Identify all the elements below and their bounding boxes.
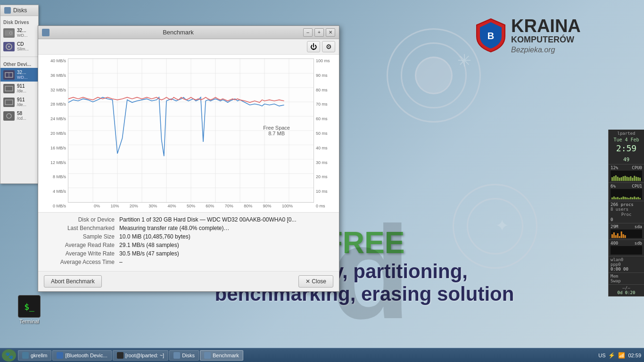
svg-rect-44 [636, 177, 637, 181]
svg-rect-51 [617, 197, 619, 199]
close-button[interactable]: ✕ Close [298, 275, 333, 288]
kraina-logo: B KRAINA KOMPUTERÓW Bezpieka.org [474, 5, 635, 66]
avg-read-label: Average Read Rate [44, 242, 119, 248]
disk-item-58[interactable]: 58 /cd... [0, 109, 38, 123]
gk-swap-header: Swap [611, 279, 642, 283]
disk-info-320: 32... WD... [17, 28, 28, 38]
gk-title-section: lparted Tue 4 Feb 2:59 49 [609, 130, 644, 165]
taskbar-item-bluetooth[interactable]: [Bluetooth Devic... [52, 350, 111, 361]
gk-proc-label: Proc [611, 212, 642, 217]
gk-wlan0-label: wlan0 [611, 257, 623, 262]
sample-size-label: Sample Size [44, 233, 119, 240]
taskbar-items: gkrellm [Bluetooth Devic... [root@lparte… [18, 350, 595, 361]
benchmark-maximize-btn[interactable]: + [314, 28, 324, 37]
terminal-desktop-icon[interactable]: $_ Terminal [14, 295, 44, 324]
svg-rect-67 [615, 235, 617, 238]
gk-seconds: 49 [623, 156, 629, 163]
gk-hostname: lparted [611, 131, 642, 136]
taskbar-item-disks[interactable]: Disks [169, 350, 199, 361]
disk-info-58: 58 /cd... [17, 111, 26, 121]
svg-rect-41 [630, 176, 631, 181]
power-button[interactable]: ⏻ [307, 41, 320, 52]
svg-rect-35 [619, 178, 620, 181]
svg-rect-62 [637, 197, 639, 199]
benchmark-window: Benchmark – + ✕ ⏻ ⚙ 40 MB/s 36 MB/s 32 M… [38, 25, 339, 292]
disk-item-320[interactable]: 32... WD... [0, 26, 38, 40]
start-icon: 🐾 [5, 352, 13, 359]
disk-device-value: Partition 1 of 320 GB Hard Disk — WDC WD… [119, 216, 296, 223]
gk-uptime-label: –/– [611, 286, 642, 290]
gk-uptime-value: 0d 0:20 [611, 290, 642, 295]
disk-item-911-2[interactable]: 911 /de... [0, 82, 38, 95]
chart-y-right-axis: 100 ms 90 ms 80 ms 70 ms 60 ms 50 ms 40 … [314, 58, 335, 208]
svg-rect-57 [628, 198, 629, 199]
y-right-label-0: 100 ms [316, 58, 330, 63]
gk-uptime-section: –/– 0d 0:20 [609, 285, 644, 296]
gk-cpu1-section: 6% CPU1 [609, 183, 644, 201]
taskbar-item-benchmark[interactable]: Benchmark [200, 350, 243, 361]
abort-benchmark-button[interactable]: Abort Benchmark [44, 275, 102, 288]
disks-title-icon [4, 7, 11, 14]
terminal-icon-label: Terminal [19, 319, 39, 324]
benchmark-titlebar: Benchmark – + ✕ [38, 26, 339, 39]
gk-sdb-value: 400 [611, 241, 618, 246]
benchmark-title-icon [42, 29, 50, 36]
desktop: ✳ ✦ B KRAINA KOMPUTERÓW Bezpieka.org FRE… [0, 0, 644, 362]
avg-read-value: 29.1 MB/s (48 samples) [119, 242, 179, 248]
benchmark-close-btn[interactable]: ✕ [326, 28, 335, 37]
gk-sdb-label: sdb [635, 241, 642, 246]
x-label-60: 60% [206, 204, 214, 208]
y-right-label-5: 50 ms [316, 131, 328, 136]
gk-mem-label: Mem [611, 274, 618, 279]
settings-button[interactable]: ⚙ [322, 41, 335, 52]
svg-rect-71 [623, 234, 624, 238]
disk-item-911-1[interactable]: 32... WD... [0, 68, 38, 82]
gk-sda-value: 29M [611, 224, 618, 229]
disk-name-cd: CD [17, 41, 29, 47]
bluetooth-taskbar-label: [Bluetooth Devic... [65, 353, 107, 358]
disk-info-911-2: 911 /de... [17, 83, 26, 93]
y-left-label-4: 24 MB/s [50, 116, 66, 121]
info-row-write: Average Write Rate 30.5 MB/s (47 samples… [44, 250, 333, 257]
disk-drives-label: Disk Drives [0, 18, 38, 26]
y-right-label-2: 80 ms [316, 88, 328, 92]
taskbar-item-gkrellm[interactable]: gkrellm [18, 350, 51, 361]
gk-cpu0-section: 12% CPU0 [609, 165, 644, 183]
y-left-label-7: 12 MB/s [50, 160, 66, 165]
partition-icon-2 [3, 84, 15, 93]
y-right-label-8: 20 ms [316, 174, 328, 179]
gk-datetime: Tue 4 Feb [611, 136, 642, 143]
partition-icon-3 [3, 98, 15, 107]
gk-sda-label: sda [635, 224, 642, 229]
disk-icon-cd [3, 42, 15, 51]
partition-icon-4 [3, 111, 15, 121]
deco-snowflake-1: ✳ [457, 51, 471, 71]
gk-mem-section: Mem Swap [609, 273, 644, 285]
disk-device-label: Disk or Device [44, 216, 119, 223]
avg-access-value: – [119, 259, 123, 265]
svg-rect-54 [623, 197, 624, 199]
disk-name-58: 58 [17, 111, 26, 116]
disk-item-cd[interactable]: CD Slim... [0, 40, 38, 53]
y-right-label-10: 0 ms [316, 204, 325, 208]
gkrellm-taskbar-icon [22, 352, 29, 359]
y-right-label-4: 60 ms [316, 116, 328, 121]
y-right-label-6: 40 ms [316, 146, 328, 150]
gk-time: 2:59 49 [611, 143, 642, 163]
bluetooth-icon: ⚡ [608, 352, 615, 359]
disk-sub-58: /cd... [17, 116, 26, 121]
taskbar-item-terminal[interactable]: [root@lparted: ~] [113, 350, 168, 361]
disk-sub-911-3: /de... [17, 102, 26, 107]
wifi-icon: 📶 [618, 352, 625, 359]
start-button[interactable]: 🐾 [2, 349, 16, 362]
svg-rect-40 [628, 177, 629, 181]
disk-item-911-3[interactable]: 911 /de... [0, 95, 38, 109]
disk-name-320: 32... [17, 28, 28, 33]
gkrellm-panel: lparted Tue 4 Feb 2:59 49 12% CPU0 [608, 130, 644, 296]
avg-write-label: Average Write Rate [44, 250, 119, 257]
gk-cpu1-label: CPU1 [632, 184, 642, 189]
benchmark-minimize-btn[interactable]: – [303, 28, 313, 37]
deco-circle-3 [415, 57, 453, 94]
last-benchmarked-label: Last Benchmarked [44, 225, 119, 231]
y-right-label-9: 10 ms [316, 189, 328, 194]
